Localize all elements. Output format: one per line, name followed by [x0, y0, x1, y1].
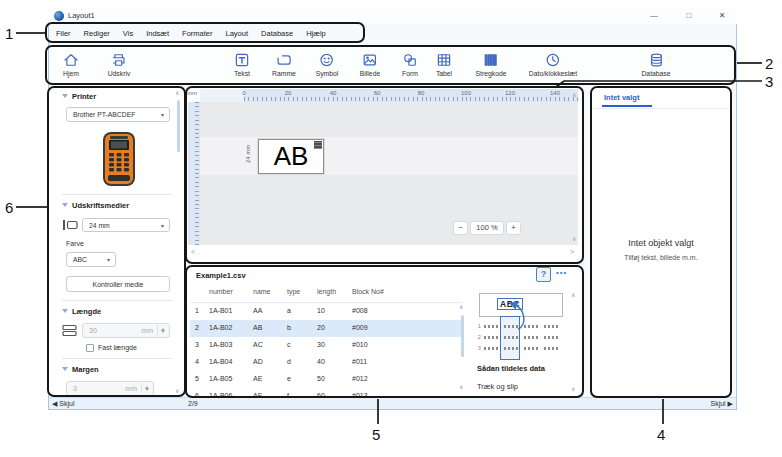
- image-icon: [361, 51, 379, 69]
- toolbar-item-hjem[interactable]: Hjem: [62, 51, 80, 77]
- row-number: 4: [195, 358, 199, 365]
- toolbar-label: Symbol: [316, 70, 339, 77]
- column-header[interactable]: Block No#: [352, 288, 384, 295]
- menu-item-hjaelp[interactable]: Hjælp: [306, 29, 326, 38]
- chevron-down-icon[interactable]: ∨: [572, 236, 576, 242]
- toolbar-label: Form: [401, 70, 419, 77]
- chevron-up-icon[interactable]: ∧: [571, 292, 575, 298]
- tape-width-select[interactable]: 24 mm ▾: [82, 218, 170, 232]
- chevron-down-icon: ▾: [161, 111, 164, 118]
- media-section-header[interactable]: Udskriftsmedier: [62, 201, 129, 210]
- tab-underline: [602, 105, 652, 107]
- margin-input[interactable]: 3 mm: [66, 381, 154, 396]
- column-header[interactable]: type: [287, 288, 300, 295]
- drag-arrow-icon: [494, 301, 530, 331]
- fixed-length-checkbox[interactable]: [86, 344, 94, 352]
- menu-item-filer[interactable]: Filer: [56, 29, 71, 38]
- window-title: Layout1: [68, 11, 95, 20]
- cell: 50: [317, 375, 325, 382]
- menu-item-formater[interactable]: Formater: [182, 29, 212, 38]
- chevron-left-icon[interactable]: <: [191, 249, 195, 255]
- ruler-number: 80: [418, 90, 425, 96]
- table-scrollbar[interactable]: [461, 315, 464, 357]
- chevron-down-icon[interactable]: ∨: [571, 386, 575, 392]
- menu-item-indsaet[interactable]: Indsæt: [146, 29, 169, 38]
- column-header[interactable]: number: [209, 288, 233, 295]
- callout-number-4: 4: [657, 426, 665, 443]
- hide-right-control[interactable]: Skjul ▶: [710, 400, 733, 408]
- table-row[interactable]: 51A-B05AEe50#012: [190, 371, 462, 388]
- menu-item-database[interactable]: Database: [261, 29, 293, 38]
- toolbar-item-form[interactable]: Form: [401, 51, 419, 77]
- toolbar-item-tabel[interactable]: Tabel: [435, 51, 453, 77]
- printer-select[interactable]: Brother PT-ABCDEF ▾: [66, 107, 170, 122]
- table-row-selected[interactable]: 21A-B02ABb20#009: [190, 320, 462, 337]
- toolbar-item-ramme[interactable]: Ramme: [272, 51, 296, 77]
- printer-icon: [110, 51, 128, 69]
- minimize-button[interactable]: —: [647, 10, 661, 22]
- chevron-down-icon[interactable]: ∨: [459, 384, 463, 390]
- column-header[interactable]: name: [253, 288, 271, 295]
- color-label: Farve: [66, 240, 84, 247]
- database-table[interactable]: number name type length Block No# 11A-B0…: [190, 288, 462, 397]
- empty-state-hint: Tilføj tekst, billede m.m.: [592, 254, 730, 261]
- length-input[interactable]: 30 mm: [82, 323, 170, 338]
- help-button[interactable]: ?: [536, 267, 551, 282]
- cell: 1A-B05: [209, 375, 232, 382]
- toolbar-item-billede[interactable]: Billede: [360, 51, 380, 77]
- table-row[interactable]: 11A-B01AAa10#008: [190, 303, 462, 320]
- menu-item-rediger[interactable]: Rediger: [84, 29, 110, 38]
- toolbar-item-stregkode[interactable]: Stregkode: [476, 51, 507, 77]
- chevron-up-icon[interactable]: ∧: [572, 92, 576, 98]
- cell: 1A-B04: [209, 358, 232, 365]
- stepper-icon[interactable]: [157, 325, 168, 336]
- toolbar: [49, 47, 733, 83]
- hide-right-label: Skjul: [710, 400, 725, 407]
- help-title: Sådan tildeles data: [477, 364, 545, 373]
- cell: #008: [352, 307, 368, 314]
- printer-section-header[interactable]: Printer: [62, 92, 96, 101]
- color-select[interactable]: ABC ▾: [66, 252, 116, 267]
- chevron-down-icon[interactable]: ∨: [175, 388, 179, 394]
- illustration-row-number: 3: [478, 345, 481, 351]
- table-row[interactable]: 31A-B03ACc30#010: [190, 337, 462, 354]
- table-row[interactable]: 61A-B06AFf60#013: [190, 388, 462, 397]
- table-row[interactable]: 41A-B04ADd40#011: [190, 354, 462, 371]
- stepper-icon[interactable]: [141, 383, 152, 394]
- column-header[interactable]: length: [317, 288, 336, 295]
- chevron-right-icon[interactable]: >: [570, 249, 574, 255]
- cell: 1A-B03: [209, 341, 232, 348]
- zoom-level-value: 100 %: [470, 221, 504, 235]
- cell: 30: [317, 341, 325, 348]
- media-section-title: Udskriftsmedier: [72, 201, 129, 210]
- toolbar-item-symbol[interactable]: Symbol: [316, 51, 339, 77]
- tape-width-value: 24 mm: [89, 222, 110, 229]
- toolbar-item-dato-klokkeslaet[interactable]: Dato/klokkeslæt: [529, 51, 577, 77]
- length-section-header[interactable]: Længde: [62, 307, 101, 316]
- ruler-number: 140: [550, 90, 560, 96]
- close-button[interactable]: ✕: [715, 10, 729, 22]
- maximize-button[interactable]: □: [682, 10, 696, 22]
- tab-intet-valgt[interactable]: Intet valgt: [604, 93, 639, 102]
- menu-item-layout[interactable]: Layout: [226, 29, 249, 38]
- left-panel-scrollbar[interactable]: [177, 100, 180, 152]
- divider: [62, 194, 172, 195]
- check-media-button[interactable]: Kontroller medie: [66, 276, 170, 292]
- zoom-out-button[interactable]: −: [453, 221, 468, 235]
- toolbar-item-tekst[interactable]: Tekst: [233, 51, 251, 77]
- margin-section-header[interactable]: Margen: [62, 365, 99, 374]
- cell: 10: [317, 307, 325, 314]
- menu-item-vis[interactable]: Vis: [123, 29, 133, 38]
- hide-left-control[interactable]: ◀ Skjul: [52, 400, 75, 408]
- label-object[interactable]: AB: [258, 139, 324, 174]
- toolbar-item-udskriv[interactable]: Udskriv: [108, 51, 131, 77]
- chevron-up-icon[interactable]: ∧: [175, 90, 179, 96]
- chevron-up-icon[interactable]: ∧: [459, 304, 463, 310]
- toolbar-label: Tekst: [233, 70, 251, 77]
- database-filename: Example1.csv: [196, 271, 246, 280]
- cell: AE: [253, 375, 262, 382]
- toolbar-item-database[interactable]: Database: [641, 51, 670, 77]
- zoom-in-button[interactable]: +: [506, 221, 521, 235]
- more-options-button[interactable]: •••: [556, 268, 567, 277]
- cell: e: [287, 375, 291, 382]
